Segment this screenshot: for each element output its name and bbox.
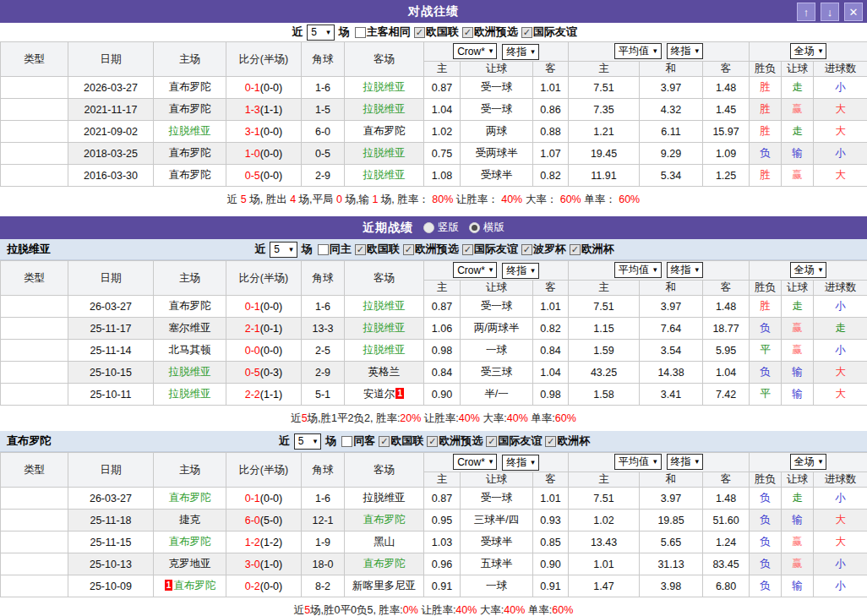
- layout-radio-竖版[interactable]: 竖版: [423, 221, 459, 235]
- odds-source-select[interactable]: 终指▾: [502, 44, 539, 60]
- odds-source-select[interactable]: 终指▾: [667, 262, 704, 278]
- avg-odds-home: 1.15: [569, 318, 640, 340]
- avg-odds-away: 1.24: [703, 532, 750, 553]
- scroll-up-icon[interactable]: ↑: [797, 3, 815, 21]
- filter-checkbox-国际友谊[interactable]: ✓国际友谊: [521, 25, 577, 40]
- check-icon: ✓: [523, 245, 531, 254]
- away-team-name: 黑山: [374, 536, 395, 548]
- match-count-select[interactable]: 5▾: [294, 433, 322, 450]
- check-icon: ✓: [464, 245, 472, 254]
- odds-source-select[interactable]: 终指▾: [502, 263, 539, 279]
- filter-checkbox-主客相同[interactable]: 主客相同: [355, 25, 411, 40]
- odds-source-select[interactable]: 平均值▾: [614, 262, 662, 278]
- handicap-line: 受一球: [461, 77, 533, 99]
- odds-source-select[interactable]: 终指▾: [667, 454, 704, 470]
- handicap-line: 受球半: [461, 532, 533, 553]
- full-time-score: 1-3: [245, 104, 260, 116]
- scroll-down-icon[interactable]: ↓: [821, 3, 839, 21]
- dropdown-value: Crow*: [457, 456, 485, 468]
- corners: 18-0: [302, 553, 345, 575]
- match-date: 25-10-13: [68, 553, 154, 575]
- match-count-select[interactable]: 5▾: [270, 242, 297, 258]
- full-time-score: 0-1: [245, 493, 260, 504]
- odds-source-select[interactable]: 终指▾: [502, 455, 539, 471]
- sub-column-header: 让球: [782, 61, 814, 76]
- checkbox-icon: ✓: [414, 27, 425, 38]
- check-icon: ✓: [405, 245, 412, 254]
- filter-checkbox-欧洲杯[interactable]: ✓欧洲杯: [570, 242, 614, 257]
- check-icon: ✓: [523, 28, 531, 37]
- odds-source-select[interactable]: 全场▾: [790, 43, 827, 59]
- match-date: 25-10-11: [68, 384, 154, 406]
- half-time-score: (0-1): [260, 323, 282, 335]
- corners: 1-5: [302, 99, 345, 121]
- odds-source-select[interactable]: Crow*▾: [453, 43, 497, 59]
- filter-checkbox-欧洲预选[interactable]: ✓欧洲预选: [427, 433, 483, 449]
- odds-source-select[interactable]: Crow*▾: [453, 262, 497, 278]
- filter-checkbox-波罗杯[interactable]: ✓波罗杯: [521, 242, 566, 257]
- full-time-score: 0-0: [245, 345, 260, 357]
- home-team-name: 直布罗陀: [169, 169, 211, 181]
- filter-checkbox-欧洲预选[interactable]: ✓欧洲预选: [403, 242, 459, 257]
- column-header: 角球: [302, 453, 345, 488]
- match-count-select[interactable]: 5▾: [307, 25, 335, 41]
- score-cell: 0-2(0-0): [226, 575, 302, 597]
- competition-badge: 欧国联: [1, 296, 68, 318]
- sub-column-header: 胜负: [750, 472, 782, 487]
- filter-checkbox-欧洲杯[interactable]: ✓欧洲杯: [545, 433, 590, 449]
- dropdown-value: 5: [311, 26, 322, 38]
- odds-source-select[interactable]: 全场▾: [790, 454, 827, 470]
- filter-checkbox-国际友谊[interactable]: ✓国际友谊: [486, 433, 542, 449]
- column-header: 日期: [68, 42, 154, 77]
- odds-group-header: 平均值▾终指▾: [569, 453, 750, 472]
- filter-checkbox-欧国联[interactable]: ✓欧国联: [355, 242, 400, 257]
- sub-column-header: 胜负: [750, 61, 782, 76]
- odds-source-select[interactable]: 平均值▾: [614, 43, 662, 59]
- sub-column-header: 让球: [461, 472, 533, 487]
- result-handicap: 输: [782, 575, 814, 597]
- sub-column-header: 主: [424, 472, 461, 487]
- odds-away: 0.98: [533, 384, 569, 406]
- result-goals: 大: [814, 165, 867, 187]
- odds-source-select[interactable]: 平均值▾: [614, 454, 662, 470]
- home-team-name: 直布罗陀: [169, 536, 211, 548]
- table-row: 欧洲预选25-10-11拉脱维亚2-2(1-1)5-1安道尔10.90半/一0.…: [1, 384, 867, 406]
- filter-checkbox-欧国联[interactable]: ✓欧国联: [379, 433, 423, 449]
- handicap-line: 受球半: [461, 165, 533, 187]
- filter-checkbox-欧国联[interactable]: ✓欧国联: [414, 25, 459, 40]
- layout-radio-横版[interactable]: 横版: [469, 221, 504, 235]
- away-team-name: 直布罗陀: [363, 558, 406, 570]
- avg-odds-draw: 3.54: [640, 340, 703, 362]
- avg-odds-home: 1.58: [569, 384, 640, 406]
- handicap-line: 受一球: [461, 99, 533, 121]
- odds-away: 0.88: [533, 121, 569, 143]
- filter-checkbox-国际友谊[interactable]: ✓国际友谊: [462, 242, 518, 257]
- odds-home: 0.87: [424, 296, 461, 318]
- odds-source-select[interactable]: 终指▾: [667, 43, 704, 59]
- filter-checkbox-同主[interactable]: 同主: [318, 242, 352, 257]
- team-summary: 近5场,胜0平0负5, 胜率:0% 让胜率:40% 大率:40% 单率:60%: [0, 597, 867, 616]
- result-goals: 大: [814, 510, 867, 532]
- summary-text: 40%: [504, 604, 525, 616]
- summary-text: 60%: [555, 412, 576, 424]
- recent-title: 近期战绩: [363, 221, 413, 236]
- summary-text: 场, 胜率：: [378, 194, 432, 205]
- close-icon[interactable]: ✕: [844, 3, 863, 21]
- competition-badge: 欧洲预选: [1, 532, 68, 553]
- filter-checkbox-同客[interactable]: 同客: [341, 433, 375, 449]
- result-outcome: 负: [750, 575, 782, 597]
- half-time-score: (1-1): [260, 104, 282, 116]
- odds-source-select[interactable]: Crow*▾: [453, 454, 497, 470]
- result-outcome: 胜: [750, 77, 782, 99]
- checkbox-label: 同主: [330, 242, 352, 257]
- recent-sections: 拉脱维亚近5▾场同主✓欧国联✓欧洲预选✓国际友谊✓波罗杯✓欧洲杯类型日期主场比分…: [0, 239, 867, 616]
- checkbox-icon: ✓: [379, 436, 390, 447]
- filter-checkbox-欧洲预选[interactable]: ✓欧洲预选: [462, 25, 518, 40]
- sub-column-header: 客: [703, 61, 750, 76]
- match-date: 25-11-17: [68, 318, 154, 340]
- odds-source-select[interactable]: 全场▾: [790, 262, 827, 278]
- avg-odds-draw: 4.32: [640, 99, 703, 121]
- handicap-line: 受三球: [461, 362, 533, 384]
- full-time-score: 2-2: [245, 389, 260, 401]
- avg-odds-draw: 3.41: [640, 384, 703, 406]
